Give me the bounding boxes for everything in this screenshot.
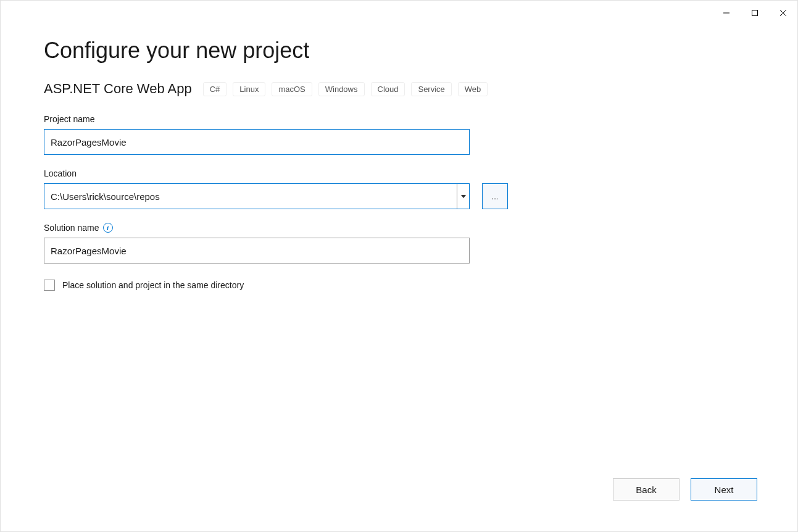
same-directory-row: Place solution and project in the same d… bbox=[44, 280, 754, 291]
window-titlebar-controls bbox=[712, 1, 797, 23]
project-name-input[interactable] bbox=[44, 129, 470, 155]
solution-name-label-row: Solution name i bbox=[44, 223, 754, 233]
template-tag: Service bbox=[411, 82, 451, 96]
template-tag: Windows bbox=[318, 82, 365, 96]
template-tag: Linux bbox=[233, 82, 265, 96]
browse-button[interactable]: ... bbox=[482, 183, 508, 209]
close-icon bbox=[779, 9, 787, 17]
location-dropdown-button[interactable] bbox=[457, 184, 469, 209]
location-label: Location bbox=[44, 168, 754, 178]
same-directory-checkbox[interactable] bbox=[44, 280, 55, 291]
chevron-down-icon bbox=[461, 195, 466, 198]
same-directory-label: Place solution and project in the same d… bbox=[62, 280, 244, 290]
template-tag: Cloud bbox=[371, 82, 405, 96]
solution-name-label: Solution name bbox=[44, 223, 99, 233]
close-button[interactable] bbox=[769, 3, 797, 23]
location-combobox[interactable] bbox=[44, 183, 470, 209]
location-group: Location ... bbox=[44, 168, 754, 209]
maximize-button[interactable] bbox=[741, 3, 769, 23]
minimize-button[interactable] bbox=[712, 3, 741, 23]
footer-buttons: Back Next bbox=[613, 478, 757, 501]
template-tag: macOS bbox=[272, 82, 312, 96]
template-tag: C# bbox=[203, 82, 227, 96]
project-name-label: Project name bbox=[44, 114, 754, 124]
template-name: ASP.NET Core Web App bbox=[44, 81, 192, 97]
template-tag: Web bbox=[458, 82, 488, 96]
info-icon[interactable]: i bbox=[103, 223, 113, 233]
maximize-icon bbox=[751, 9, 759, 17]
project-name-group: Project name bbox=[44, 114, 754, 155]
page-title: Configure your new project bbox=[44, 38, 754, 64]
template-subheader: ASP.NET Core Web App C# Linux macOS Wind… bbox=[44, 81, 754, 97]
svg-rect-1 bbox=[752, 10, 758, 16]
solution-name-group: Solution name i bbox=[44, 223, 754, 264]
next-button[interactable]: Next bbox=[691, 478, 757, 501]
main-content: Configure your new project ASP.NET Core … bbox=[1, 1, 797, 291]
solution-name-input[interactable] bbox=[44, 238, 470, 264]
template-tags: C# Linux macOS Windows Cloud Service Web bbox=[203, 82, 488, 96]
minimize-icon bbox=[723, 9, 730, 17]
svg-marker-4 bbox=[461, 195, 466, 198]
back-button[interactable]: Back bbox=[613, 478, 680, 501]
location-row: ... bbox=[44, 183, 754, 209]
location-input[interactable] bbox=[44, 184, 457, 209]
